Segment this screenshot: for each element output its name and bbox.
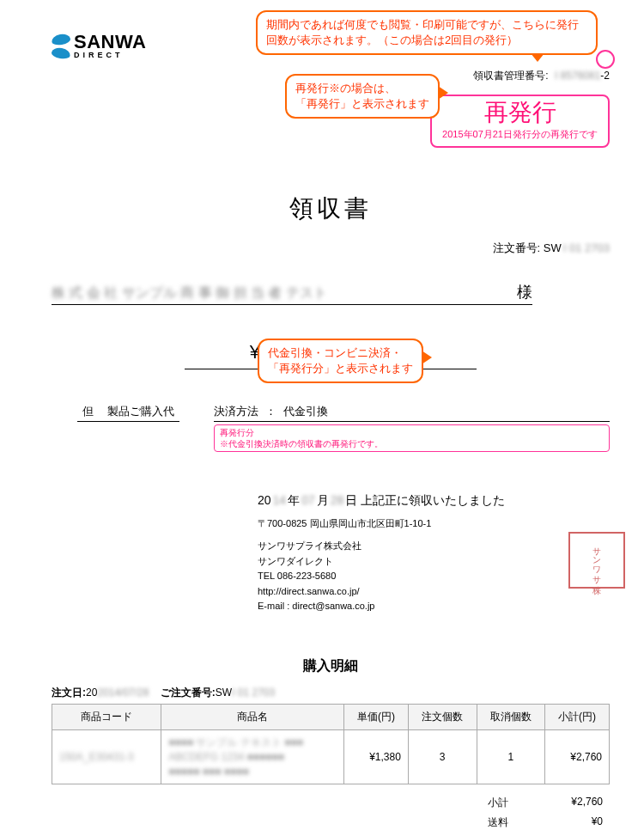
document-title: 領収書 xyxy=(52,192,610,225)
customer-name-blurred: 株 式 会 社 サンプル 商 事 御 担 当 者 テスト xyxy=(52,284,508,302)
order-prefix: SW xyxy=(544,241,562,254)
mgmt-number-suffix: -2 xyxy=(600,70,610,82)
callout-reissue-note: 代金引換・コンビニ決済・ 「再発行分」と表示されます xyxy=(258,339,423,383)
company-address: 〒700-0825 岡山県岡山市北区田町1-10-1 xyxy=(258,517,610,530)
totals-block: 小計¥2,760 送料¥0 代引き手数料¥324 合計¥3,084 xyxy=(52,793,610,830)
callout-text: 期間内であれば何度でも閲覧・印刷可能ですが、こちらに発行回数が表示されます。（こ… xyxy=(266,18,579,46)
mgmt-label: 領収書管理番号: xyxy=(473,70,548,82)
reissue-note-box: 再発行分 ※代金引換決済時の領収書の再発行です。 xyxy=(214,424,610,452)
payment-label: 決済方法 xyxy=(214,404,258,419)
company-seal-icon: サンワサ株 xyxy=(568,532,625,589)
col-subtotal: 小計(円) xyxy=(545,704,610,729)
customer-name-row: 株 式 会 社 サンプル 商 事 御 担 当 者 テスト 様 xyxy=(52,282,532,305)
purpose-label: 但 xyxy=(82,404,94,419)
reissue-note-text: ※代金引換決済時の領収書の再発行です。 xyxy=(220,438,604,449)
shipping-label: 送料 xyxy=(422,815,508,830)
mgmt-number-blurred: I 8576081 xyxy=(555,70,600,82)
subtotal-label: 小計 xyxy=(422,796,508,810)
order-blurred: I 01 2703 xyxy=(563,241,610,254)
details-table: 商品コード 商品名 単価(円) 注文個数 取消個数 小計(円) 150A_E30… xyxy=(52,704,610,784)
cell-cancel: 1 xyxy=(477,729,545,784)
shipping-value: ¥0 xyxy=(543,815,603,830)
cell-code-blurred: 150A_E30431-3 xyxy=(59,750,154,765)
company-tel: TEL 086-223-5680 xyxy=(258,569,610,584)
reissue-subtitle: 2015年07月21日発行分の再発行です xyxy=(442,128,598,141)
logo-subtitle: DIRECT xyxy=(74,52,146,59)
order-number: 注文番号: SWI 01 2703 xyxy=(52,241,610,256)
receipt-mgmt-number: 領収書管理番号: I 8576081-2 xyxy=(473,69,610,83)
cell-qty: 3 xyxy=(408,729,477,784)
cell-name-blurred: ■■■■ サンプル テキスト ■■■ ABCDEFG 1234 ■■■■■■ ■… xyxy=(168,735,337,778)
reissue-title: 再発行 xyxy=(442,100,598,126)
callout-text: 「再発行分」と表示されます xyxy=(268,361,413,376)
reissue-badge: 再発行 2015年07月21日発行分の再発行です xyxy=(430,95,610,148)
company-url: http://direct.sanwa.co.jp/ xyxy=(258,584,610,600)
cell-subtotal: ¥2,760 xyxy=(545,729,610,784)
received-date: 2014年07月28日 上記正に領収いたしました xyxy=(258,493,610,509)
payment-method-row: 決済方法 ： 代金引換 xyxy=(214,404,610,422)
col-code: 商品コード xyxy=(52,704,161,729)
purpose-value: 製品ご購入代 xyxy=(107,404,174,419)
purpose-row: 但 製品ご購入代 xyxy=(77,404,179,422)
payment-sep: ： xyxy=(265,404,276,419)
cell-price: ¥1,380 xyxy=(344,729,409,784)
col-qty: 注文個数 xyxy=(408,704,477,729)
callout-text: 再発行※の場合は、 xyxy=(295,81,429,96)
callout-issue-count: 期間内であれば何度でも閲覧・印刷可能ですが、こちらに発行回数が表示されます。（こ… xyxy=(256,10,598,55)
details-heading: 購入明細 xyxy=(52,657,610,675)
company-name-1: サンワサプライ株式会社 xyxy=(258,539,610,554)
subtotal-value: ¥2,760 xyxy=(543,796,603,810)
table-row: 150A_E30431-3 ■■■■ サンプル テキスト ■■■ ABCDEFG… xyxy=(52,729,610,784)
payment-value: 代金引換 xyxy=(283,404,328,419)
company-email: E-mail : direct@sanwa.co.jp xyxy=(258,599,610,614)
callout-text: 代金引換・コンビニ決済・ xyxy=(268,345,413,361)
col-cancel: 取消個数 xyxy=(477,704,545,729)
callout-reissue-label: 再発行※の場合は、 「再発行」と表示されます xyxy=(285,74,440,119)
customer-honorific: 様 xyxy=(517,282,532,302)
company-name-2: サンワダイレクト xyxy=(258,554,610,570)
details-meta: 注文日:202014/07/28 ご注文番号:SWI 01 2703 xyxy=(52,686,610,700)
callout-text: 「再発行」と表示されます xyxy=(295,96,429,112)
col-price: 単価(円) xyxy=(344,704,409,729)
highlight-circle-icon xyxy=(596,50,615,69)
logo-name: SANWA xyxy=(74,33,146,52)
logo-mark-icon xyxy=(52,34,70,58)
order-label: 注文番号: xyxy=(493,241,541,254)
company-info: サンワサプライ株式会社 サンワダイレクト TEL 086-223-5680 ht… xyxy=(258,539,610,614)
col-name: 商品名 xyxy=(161,704,344,729)
reissue-note-title: 再発行分 xyxy=(220,427,604,438)
